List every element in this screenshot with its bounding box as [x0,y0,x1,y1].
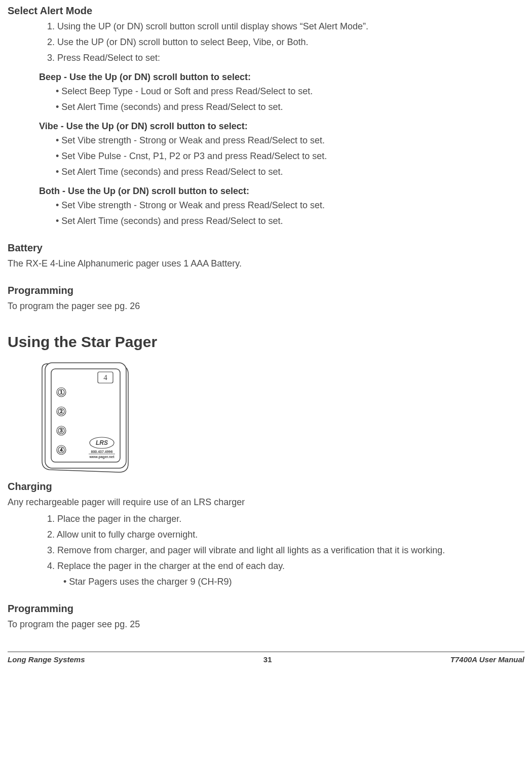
section-heading-programming: Programming [8,285,524,296]
subsection-heading-vibe: Vibe - Use the Up (or DN) scroll button … [8,121,524,132]
step-text: 2. Use the UP (or DN) scroll button to s… [8,35,524,49]
step-text: 1. Place the pager in the charger. [8,512,524,526]
step-text: 1. Using the UP (or DN) scroll button sc… [8,20,524,33]
bullet-text: • Set Vibe strength - Strong or Weak and… [8,199,524,212]
bullet-text: • Star Pagers uses the charger 9 (CH-R9) [8,575,524,589]
svg-text:LRS: LRS [96,439,108,446]
svg-text:4: 4 [60,447,63,452]
pager-corner-number: 4 [103,373,107,382]
body-text: To program the pager see pg. 25 [8,618,524,631]
bullet-text: • Set Vibe Pulse - Cnst, P1, P2 or P3 an… [8,149,524,163]
pager-phone: 800.437.4996 [91,450,113,453]
step-text: 3. Remove from charger, and pager will v… [8,544,524,557]
section-heading-battery: Battery [8,242,524,254]
svg-text:1: 1 [60,389,63,395]
subsection-heading-beep: Beep - Use the Up (or DN) scroll button … [8,72,524,83]
svg-text:3: 3 [60,428,63,433]
footer-page-number: 31 [263,655,272,664]
footer-right: T7400A User Manual [450,655,524,664]
bullet-text: • Set Vibe strength - Strong or Weak and… [8,134,524,147]
pager-diagram: 4 1 2 3 4 LRS 800.437.4996 www.pager.net [38,360,524,476]
section-heading-charging: Charging [8,481,524,492]
bullet-text: • Set Alert Time (seconds) and press Rea… [8,100,524,114]
step-text: 2. Allow unit to fully charge overnight. [8,528,524,542]
svg-text:2: 2 [60,408,63,414]
body-text: The RX-E 4-Line Alphanumeric pager uses … [8,257,524,271]
bullet-text: • Set Alert Time (seconds) and press Rea… [8,214,524,228]
major-heading-star-pager: Using the Star Pager [8,333,524,351]
bullet-text: • Set Alert Time (seconds) and press Rea… [8,165,524,179]
subsection-heading-both: Both - Use the Up (or DN) scroll button … [8,186,524,197]
section-heading-programming: Programming [8,603,524,615]
body-text: Any rechargeable pager will require use … [8,496,524,509]
page-footer: Long Range Systems 31 T7400A User Manual [8,652,524,664]
section-heading-select-alert-mode: Select Alert Mode [8,5,524,17]
footer-left: Long Range Systems [8,655,85,664]
bullet-text: • Select Beep Type - Loud or Soft and pr… [8,85,524,98]
step-text: 3. Press Read/Select to set: [8,51,524,65]
step-text: 4. Replace the pager in the charger at t… [8,559,524,573]
pager-url: www.pager.net [89,455,115,459]
body-text: To program the pager see pg. 26 [8,299,524,313]
